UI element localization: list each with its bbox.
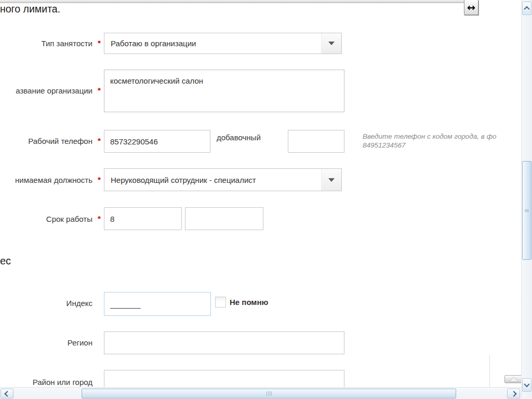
organization-name-label: азвание организации: [16, 86, 92, 95]
horizontal-scrollbar[interactable]: [0, 387, 521, 399]
position-label: нимаемая должность: [15, 176, 92, 184]
scrollbar-grip-icon: [266, 391, 272, 396]
extension-label: добавочный: [217, 133, 261, 142]
scroll-up-button[interactable]: [522, 2, 531, 15]
scroll-down-button[interactable]: [522, 378, 531, 392]
employment-type-value: Работаю в организации: [104, 39, 321, 48]
employment-type-label: Тип занятости: [41, 39, 92, 48]
chevron-up-icon: [524, 6, 529, 12]
phone-format-hint: Введите телефон с кодом города, в фо 849…: [363, 132, 532, 150]
district-city-label: Район или город: [33, 378, 92, 387]
required-asterisk: *: [96, 175, 103, 184]
scroll-right-button[interactable]: [507, 389, 520, 398]
dont-remember-label: Не помню: [230, 298, 268, 307]
employment-type-dropdown-button[interactable]: [321, 33, 341, 54]
triangle-up-icon: [510, 377, 517, 381]
chevron-right-icon: [511, 391, 516, 396]
chevron-down-icon: [328, 42, 335, 45]
position-dropdown-button[interactable]: [321, 169, 341, 191]
collapse-panel-handle[interactable]: [504, 375, 523, 383]
horizontal-scrollbar-thumb[interactable]: [82, 389, 456, 398]
required-asterisk: *: [96, 38, 103, 47]
address-section-heading: ес: [0, 255, 11, 267]
work-period-label: Срок работы: [46, 215, 92, 223]
phone-format-hint-line2: 84951234567: [363, 141, 532, 150]
scrollbar-grip-icon: [525, 209, 529, 212]
required-asterisk: *: [96, 86, 103, 95]
organization-name-textarea[interactable]: косметологический салон: [104, 70, 344, 112]
extension-input[interactable]: [288, 130, 344, 153]
work-phone-input[interactable]: [104, 130, 210, 153]
chevron-down-icon: [328, 178, 335, 182]
work-phone-label: Рабочий телефон: [28, 137, 92, 145]
required-asterisk: *: [96, 136, 103, 145]
dont-remember-checkbox[interactable]: [215, 297, 226, 308]
position-select[interactable]: Неруководящий сотрудник - специалист: [104, 168, 342, 191]
phone-format-hint-line1: Введите телефон с кодом города, в фо: [363, 132, 532, 141]
scroll-left-button[interactable]: [1, 389, 14, 398]
employment-type-select[interactable]: Работаю в организации: [104, 33, 342, 54]
postal-code-label: Индекс: [66, 299, 92, 308]
page-heading-partial: ного лимита.: [0, 3, 60, 15]
resize-horizontal-icon: ↔: [467, 2, 475, 13]
position-value: Неруководящий сотрудник - специалист: [104, 176, 321, 184]
vertical-scrollbar[interactable]: [521, 0, 532, 399]
vertical-scrollbar-thumb[interactable]: [522, 161, 531, 260]
work-period-months-input[interactable]: [185, 207, 263, 230]
resize-horizontal-button[interactable]: ↔: [464, 0, 478, 15]
required-asterisk: *: [96, 214, 103, 223]
content-divider-line: [489, 355, 490, 387]
region-input[interactable]: [104, 331, 344, 354]
region-label: Регион: [68, 338, 92, 347]
top-edge-strip: [0, 0, 464, 3]
postal-code-input[interactable]: [104, 292, 211, 316]
chevron-left-icon: [4, 391, 10, 396]
chevron-down-icon: [524, 381, 529, 387]
work-period-years-input[interactable]: [104, 207, 182, 230]
